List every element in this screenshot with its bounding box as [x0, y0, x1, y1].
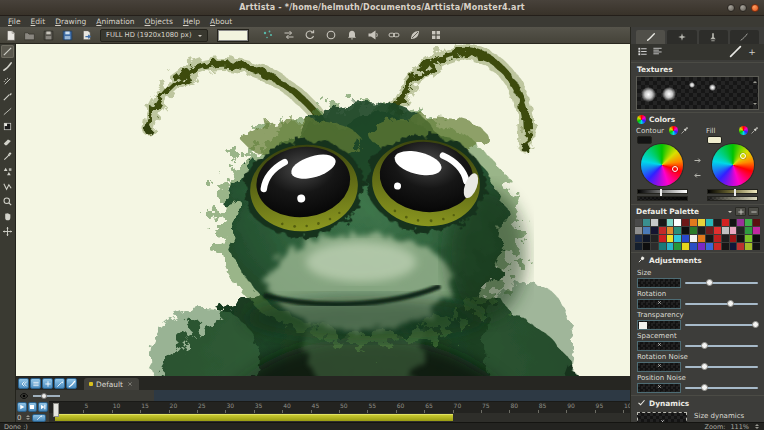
- palette-swatch[interactable]: [753, 243, 760, 250]
- menu-animation[interactable]: Animation: [91, 16, 139, 27]
- palette-swatch[interactable]: [651, 219, 658, 226]
- leaf-button[interactable]: [408, 28, 422, 42]
- chevron-down-icon[interactable]: [728, 211, 732, 215]
- slider-handle[interactable]: [706, 279, 713, 286]
- tool-move[interactable]: [1, 225, 14, 238]
- particles-button[interactable]: [261, 28, 275, 42]
- textures-section-header[interactable]: Textures: [631, 62, 764, 75]
- tool-zoom[interactable]: [1, 195, 14, 208]
- view-list-detail-button[interactable]: [652, 46, 663, 59]
- timeline-tab-default[interactable]: Default: [84, 378, 139, 390]
- swap-arrow-right-button[interactable]: [693, 156, 702, 167]
- palette-swatch[interactable]: [706, 227, 713, 234]
- spin-up-icon[interactable]: [26, 413, 30, 417]
- canvas-size-dropdown[interactable]: FULL HD (1920x1080 px): [100, 29, 208, 42]
- palette-swatch[interactable]: [722, 243, 729, 250]
- palette-swatch[interactable]: [635, 227, 642, 234]
- panel-tab-stamp-tab[interactable]: [699, 30, 728, 44]
- adjustments-section-header[interactable]: Adjustments: [631, 252, 764, 267]
- menu-edit[interactable]: Edit: [26, 16, 51, 27]
- slider-handle[interactable]: [701, 363, 708, 370]
- palette-swatch[interactable]: [674, 243, 681, 250]
- palette-swatch[interactable]: [714, 227, 721, 234]
- contour-wheel-marker[interactable]: [672, 166, 678, 172]
- slider-handle[interactable]: [701, 342, 708, 349]
- tool-shapes[interactable]: [1, 165, 14, 178]
- palette-swatch[interactable]: [659, 227, 666, 234]
- new-file-button[interactable]: [3, 28, 17, 42]
- palette-swatch[interactable]: [682, 227, 689, 234]
- palette-swatch[interactable]: [667, 235, 674, 242]
- dynamics-preview[interactable]: [637, 412, 687, 422]
- palette-swatch[interactable]: [651, 235, 658, 242]
- menu-drawing[interactable]: Drawing: [50, 16, 91, 27]
- zoom-value[interactable]: 111%: [730, 423, 749, 430]
- spin-up-icon[interactable]: [755, 422, 759, 426]
- slider-preview[interactable]: [637, 362, 681, 372]
- circle-button[interactable]: [324, 28, 338, 42]
- palette-swatch[interactable]: [698, 219, 705, 226]
- palette-swatch[interactable]: [753, 219, 760, 226]
- textures-strip[interactable]: [636, 76, 759, 110]
- play-button[interactable]: [17, 402, 27, 412]
- export-button[interactable]: [79, 28, 93, 42]
- bell-button[interactable]: [345, 28, 359, 42]
- palette-swatch[interactable]: [722, 219, 729, 226]
- zoom-spinner[interactable]: [754, 422, 760, 430]
- tool-eraser[interactable]: [1, 135, 14, 148]
- palette-swatch[interactable]: [737, 227, 744, 234]
- close-button[interactable]: [751, 4, 759, 12]
- palette-swatch[interactable]: [682, 235, 689, 242]
- fill-alpha-slider[interactable]: [707, 196, 758, 201]
- slider-handle[interactable]: [701, 384, 708, 391]
- palette-swatch[interactable]: [674, 235, 681, 242]
- stop-button[interactable]: [28, 402, 38, 412]
- view-list-view-button[interactable]: [637, 46, 648, 59]
- background-color-swatch[interactable]: [217, 29, 249, 42]
- texture-thumb-soft-dot[interactable]: [641, 87, 656, 102]
- titlebar[interactable]: Arttista - */home/helmuth/Documentos/Art…: [0, 0, 764, 16]
- slider-handle[interactable]: [727, 300, 734, 307]
- fill-wheel-marker[interactable]: [740, 153, 746, 159]
- palette-swatch[interactable]: [651, 243, 658, 250]
- palette-swatch[interactable]: [737, 219, 744, 226]
- opacity-slider[interactable]: [33, 392, 60, 399]
- palette-swatch[interactable]: [659, 243, 666, 250]
- add-brush-button[interactable]: +: [746, 46, 758, 58]
- palette-swatch[interactable]: [635, 219, 642, 226]
- flip-button[interactable]: [282, 28, 296, 42]
- tool-brush[interactable]: [1, 60, 14, 73]
- horn-button[interactable]: [366, 28, 380, 42]
- palette-swatch[interactable]: [643, 227, 650, 234]
- palette-swatch[interactable]: [674, 227, 681, 234]
- drawing-canvas[interactable]: [16, 44, 630, 376]
- slider-preview[interactable]: [637, 341, 681, 351]
- palette-swatch[interactable]: [722, 235, 729, 242]
- palette-swatch[interactable]: [722, 227, 729, 234]
- palette-swatch[interactable]: [730, 235, 737, 242]
- opacity-handle[interactable]: [41, 393, 47, 399]
- palette-swatch[interactable]: [690, 243, 697, 250]
- slider-preview[interactable]: [637, 320, 681, 330]
- swap-arrow-left-button[interactable]: [693, 171, 702, 182]
- slider-control[interactable]: [685, 320, 758, 329]
- palette-swatch[interactable]: [643, 243, 650, 250]
- palette-swatch[interactable]: [753, 227, 760, 234]
- texture-thumb-small-dot[interactable]: [709, 84, 716, 91]
- frame-spinner[interactable]: [25, 413, 31, 422]
- animation-clip-bar[interactable]: [55, 414, 453, 421]
- tool-line[interactable]: [1, 105, 14, 118]
- palette-swatch[interactable]: [698, 243, 705, 250]
- menu-file[interactable]: File: [3, 16, 26, 27]
- open-folder-button[interactable]: [22, 28, 36, 42]
- palette-swatch[interactable]: [667, 219, 674, 226]
- palette-swatch[interactable]: [737, 235, 744, 242]
- slider-control[interactable]: [685, 278, 758, 287]
- grid-button[interactable]: [429, 28, 443, 42]
- tool-airbrush[interactable]: [1, 75, 14, 88]
- palette-swatch[interactable]: [690, 219, 697, 226]
- contour-color-wheel[interactable]: [641, 144, 683, 186]
- contour-current-swatch[interactable]: [637, 136, 652, 144]
- palette-swatch[interactable]: [667, 227, 674, 234]
- palette-swatch[interactable]: [714, 243, 721, 250]
